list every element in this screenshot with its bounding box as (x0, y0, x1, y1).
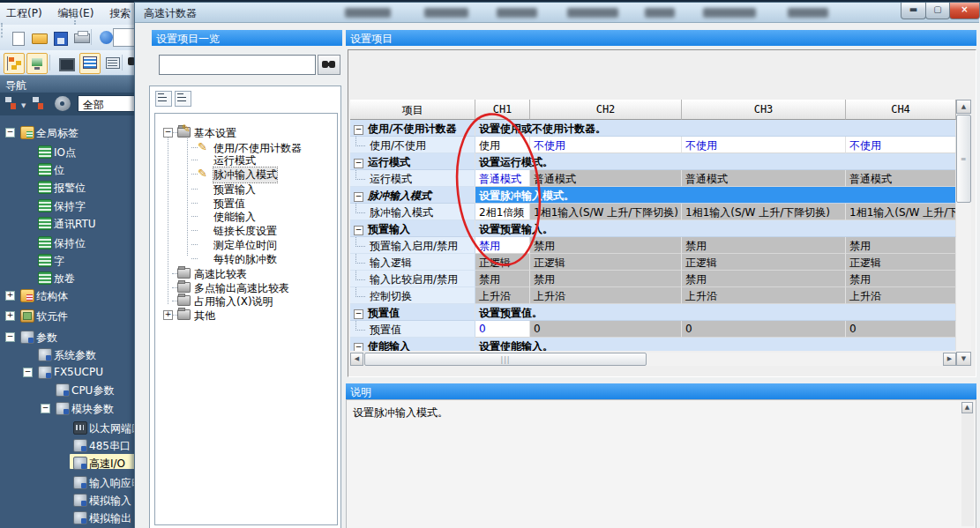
close-button[interactable]: × (949, 3, 980, 19)
module-chip-button[interactable] (55, 53, 76, 74)
value-cell-ch3[interactable]: 0 (682, 321, 846, 338)
label-tree-button[interactable] (4, 53, 25, 74)
value-cell-ch3[interactable]: 正逻辑 (682, 254, 846, 271)
nav-item-参数[interactable]: −参数 (0, 330, 143, 346)
nav-item-IO点[interactable]: IO点 (0, 145, 143, 160)
value-cell-ch4[interactable]: 1相1输入(S/W 上升/下降切换) (846, 204, 956, 220)
tree-collapse-icon[interactable]: − (354, 226, 363, 235)
group-label-cell[interactable]: −预置输入 (350, 220, 475, 237)
value-cell-ch4[interactable]: 禁用 (846, 237, 956, 254)
maximize-button[interactable]: ▢ (925, 3, 950, 19)
settings-tree-item-每转的脉冲数[interactable]: 每转的脉冲数 (155, 252, 337, 265)
value-cell-ch2[interactable]: 1相1输入(S/W 上升/下降切换) (530, 204, 682, 220)
nav-item-位[interactable]: 位 (0, 162, 143, 178)
description-scrollbar[interactable]: ▲ (961, 402, 974, 526)
toolbar-grip[interactable] (1, 23, 4, 38)
item-label-cell[interactable]: 输入逻辑 (350, 254, 475, 271)
nav-item-模拟输入[interactable]: 模拟输入 (0, 493, 143, 509)
item-label-cell[interactable]: 运行模式 (350, 170, 475, 187)
value-cell-ch4[interactable]: 正逻辑 (846, 254, 956, 271)
scroll-left-icon[interactable]: ◀ (350, 353, 363, 366)
minimize-button[interactable]: ▬ (901, 3, 926, 19)
group-description-cell[interactable]: 设置运行模式。 (475, 153, 956, 170)
settings-tree-item-测定单位时间[interactable]: 测定单位时间 (155, 238, 337, 251)
nav-item-以太网端口[interactable]: 以太网端口 (0, 420, 143, 436)
tree-filter-icon[interactable] (4, 96, 20, 111)
settings-tree-item-使用/不使用计数器[interactable]: ✎使用/不使用计数器 (155, 141, 337, 154)
nav-item-FX5UCPU[interactable]: −FX5UCPU (0, 365, 143, 381)
value-cell-ch2[interactable]: 禁用 (530, 271, 682, 287)
value-cell-ch2[interactable]: 上升沿 (530, 287, 682, 304)
nav-item-保持字[interactable]: 保持字 (0, 198, 143, 214)
open-button[interactable] (28, 27, 49, 48)
settings-tree-item-其他[interactable]: +其他 (155, 309, 337, 322)
value-cell-ch1[interactable]: 禁用 (475, 271, 530, 287)
nav-item-全局标签[interactable]: −全局标签 (0, 125, 143, 141)
tree-collapse-icon[interactable]: − (163, 128, 173, 138)
settings-tree-item-基本设置[interactable]: −基本设置 (155, 126, 337, 139)
tree-collapse-icon[interactable]: − (354, 125, 363, 135)
tree-expand-icon[interactable]: + (5, 311, 15, 321)
item-label-cell[interactable]: 预置值 (350, 321, 475, 338)
tree-collapse-icon[interactable]: − (354, 309, 363, 319)
value-cell-ch4[interactable]: 0 (846, 321, 956, 338)
nav-item-高速I/O[interactable]: 高速I/O (0, 456, 143, 472)
group-label-cell[interactable]: −运行模式 (350, 153, 475, 170)
value-cell-ch2[interactable]: 不使用 (530, 137, 682, 153)
tree-expand-icon[interactable]: + (5, 291, 15, 301)
value-cell-ch1[interactable]: 禁用 (475, 237, 530, 254)
menu-project[interactable]: 工程(P) (0, 3, 49, 21)
group-description-cell[interactable]: 设置预置输入。 (475, 220, 956, 237)
item-label-cell[interactable]: 使用/不使用 (350, 137, 475, 153)
save-button[interactable] (49, 27, 71, 48)
nav-item-CPU参数[interactable]: CPU参数 (0, 383, 143, 398)
group-label-cell[interactable]: −预置值 (350, 304, 475, 321)
settings-tree-item-脉冲输入模式[interactable]: ✎脉冲输入模式 (155, 167, 337, 181)
value-cell-ch4[interactable]: 禁用 (846, 271, 956, 287)
settings-tree-item-链接长度设置[interactable]: 链接长度设置 (155, 224, 337, 237)
tree-collapse-icon[interactable]: − (354, 192, 363, 202)
collapse-tree-icon[interactable] (175, 91, 191, 107)
value-cell-ch2[interactable]: 正逻辑 (530, 254, 682, 271)
toolbar-grip[interactable] (74, 11, 79, 25)
item-label-cell[interactable]: 脉冲输入模式 (350, 204, 475, 220)
value-cell-ch2[interactable]: 普通模式 (530, 170, 682, 187)
value-cell-ch1[interactable]: 上升沿 (475, 287, 530, 304)
value-cell-ch1[interactable]: 0 (475, 321, 530, 338)
chevron-down-icon[interactable]: ▼ (21, 102, 26, 109)
nav-item-485串口[interactable]: 485串口 (0, 438, 143, 454)
value-cell-ch3[interactable]: 普通模式 (682, 170, 846, 187)
print-button[interactable] (71, 27, 92, 48)
vertical-scrollbar[interactable]: ▲ ≡ ▼ (956, 100, 971, 366)
value-cell-ch4[interactable]: 不使用 (846, 137, 956, 153)
value-cell-ch3[interactable]: 1相1输入(S/W 上升/下降切换) (682, 204, 846, 220)
nav-item-字[interactable]: 字 (0, 253, 143, 269)
nav-item-保持位[interactable]: 保持位 (0, 235, 143, 251)
group-description-cell[interactable]: 设置预置值。 (475, 304, 956, 321)
item-label-cell[interactable]: 预置输入启用/禁用 (350, 237, 475, 254)
tree-collapse-icon[interactable]: − (5, 128, 15, 138)
value-cell-ch3[interactable]: 上升沿 (682, 287, 846, 304)
group-description-cell[interactable]: 设置使用或不使用计数器。 (475, 120, 956, 137)
nav-item-系统参数[interactable]: 系统参数 (0, 347, 143, 363)
settings-tree-item-预置值[interactable]: 预置值 (155, 197, 337, 210)
tree-collapse-icon[interactable]: − (41, 404, 50, 413)
tree-collapse-icon[interactable]: − (5, 332, 15, 342)
tree-view-icon[interactable] (32, 96, 48, 111)
settings-tree-item-预置输入[interactable]: 预置输入 (155, 182, 337, 196)
scroll-right-icon[interactable]: ▶ (943, 353, 956, 366)
menu-search[interactable]: 搜索 (103, 3, 137, 21)
group-label-cell[interactable]: −使用/不使用计数器 (350, 120, 475, 137)
group-label-cell[interactable]: −使能输入 (350, 338, 475, 351)
value-cell-ch4[interactable]: 上升沿 (846, 287, 956, 304)
settings-tree-item-使能输入[interactable]: 使能输入 (155, 210, 337, 223)
item-label-cell[interactable]: 输入比较启用/禁用 (350, 271, 475, 287)
settings-tree-item-运行模式[interactable]: 运行模式 (155, 153, 337, 167)
nav-item-报警位[interactable]: 报警位 (0, 180, 143, 196)
value-cell-ch1[interactable]: 使用 (475, 137, 530, 153)
list-view-button[interactable] (79, 53, 101, 74)
value-cell-ch3[interactable]: 不使用 (682, 137, 846, 153)
value-cell-ch4[interactable]: 普通模式 (846, 170, 956, 187)
expand-tree-icon[interactable] (155, 91, 172, 107)
scroll-down-icon[interactable]: ▼ (956, 352, 971, 366)
